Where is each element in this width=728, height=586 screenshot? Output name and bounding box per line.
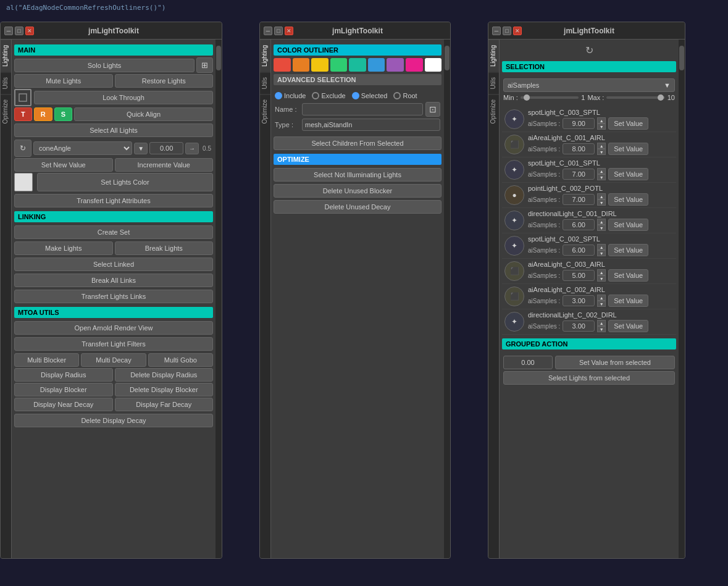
attr-value-input[interactable] xyxy=(149,142,183,154)
set-lights-color-btn[interactable]: Set Lights Color xyxy=(37,173,213,191)
exclude-radio-btn[interactable] xyxy=(312,92,319,99)
delete-display-radius-btn[interactable]: Delete Display Radius xyxy=(115,368,214,382)
panel3-tab-optimize[interactable]: Optimize xyxy=(488,94,499,128)
light-val-input-6[interactable] xyxy=(563,270,595,281)
light-val-input-1[interactable] xyxy=(563,143,595,154)
display-radius-btn[interactable]: Display Radius xyxy=(14,368,113,382)
spin-down-7[interactable]: ▼ xyxy=(597,301,606,307)
panel3-maximize-btn[interactable]: □ xyxy=(503,27,511,35)
panel3-minimize-btn[interactable]: ─ xyxy=(492,27,501,35)
create-set-btn[interactable]: Create Set xyxy=(14,225,213,239)
panel3-tab-lighting[interactable]: Lighting xyxy=(488,40,499,72)
spin-up-6[interactable]: ▲ xyxy=(597,269,606,275)
include-radio-btn[interactable] xyxy=(275,92,282,99)
color-dot-green[interactable] xyxy=(330,58,348,72)
max-range-thumb[interactable] xyxy=(658,94,664,101)
color-dot-purple[interactable] xyxy=(387,58,404,72)
set-val-btn-5[interactable]: Set Value xyxy=(608,244,648,256)
break-lights-btn[interactable]: Break Lights xyxy=(115,241,214,255)
display-near-decay-btn[interactable]: Display Near Decay xyxy=(14,398,113,411)
delete-display-blocker-btn[interactable]: Delete Display Blocker xyxy=(115,383,214,396)
light-val-input-7[interactable] xyxy=(563,295,595,306)
attr-dropdown[interactable]: aiSamples ▼ xyxy=(503,78,675,92)
display-far-decay-btn[interactable]: Display Far Decay xyxy=(115,398,214,411)
panel1-tab-lighting[interactable]: Lighting xyxy=(1,40,11,72)
min-range-track[interactable] xyxy=(521,96,579,99)
select-not-illuminating-btn[interactable]: Select Not Illuminating Lights xyxy=(274,168,441,182)
light-val-input-5[interactable] xyxy=(563,245,595,256)
spin-down-5[interactable]: ▼ xyxy=(597,250,606,256)
light-val-input-8[interactable] xyxy=(563,320,595,332)
color-dot-white[interactable] xyxy=(425,58,442,72)
quick-align-btn[interactable]: Quick Align xyxy=(74,107,213,121)
select-lights-from-selected-btn[interactable]: Select Lights from selected xyxy=(503,371,675,385)
panel1-maximize-btn[interactable]: □ xyxy=(15,27,23,35)
panel2-minimize-btn[interactable]: ─ xyxy=(264,27,272,35)
light-val-input-0[interactable] xyxy=(563,118,595,129)
spin-down-3[interactable]: ▼ xyxy=(597,199,606,206)
max-range-track[interactable] xyxy=(606,96,664,99)
s-btn[interactable]: S xyxy=(54,107,72,121)
panel3-scroll-thumb[interactable] xyxy=(679,46,684,70)
name-input[interactable] xyxy=(302,103,423,115)
delete-unused-blocker-btn[interactable]: Delete Unused Blocker xyxy=(274,184,441,198)
spin-down-2[interactable]: ▼ xyxy=(597,174,606,180)
refresh-attr-btn[interactable]: ↻ xyxy=(14,140,31,157)
multi-blocker-btn[interactable]: Multi Blocker xyxy=(14,353,79,367)
type-input[interactable] xyxy=(302,119,440,131)
make-lights-btn[interactable]: Make Lights xyxy=(14,241,113,255)
t-btn[interactable]: T xyxy=(14,107,32,121)
selected-radio[interactable]: Selected xyxy=(352,92,388,99)
min-range-thumb[interactable] xyxy=(524,94,530,101)
spin-down-8[interactable]: ▼ xyxy=(597,326,606,332)
attr-step-btn[interactable]: → xyxy=(185,143,199,154)
ga-value-input[interactable] xyxy=(503,356,553,369)
spin-down-6[interactable]: ▼ xyxy=(597,275,606,282)
panel2-tab-utils[interactable]: Utils xyxy=(260,72,270,94)
spin-up-1[interactable]: ▲ xyxy=(597,143,606,149)
look-through-icon[interactable] xyxy=(14,89,31,106)
set-val-btn-3[interactable]: Set Value xyxy=(608,193,648,206)
spin-up-2[interactable]: ▲ xyxy=(597,168,606,174)
multi-decay-btn[interactable]: Multi Decay xyxy=(81,353,146,367)
panel2-tab-lighting[interactable]: Lighting xyxy=(260,40,270,72)
color-dot-teal[interactable] xyxy=(349,58,366,72)
look-through-btn[interactable]: Look Through xyxy=(34,91,213,104)
grid-icon-btn[interactable]: ⊞ xyxy=(196,57,213,73)
panel2-maximize-btn[interactable]: □ xyxy=(274,27,283,35)
mute-lights-btn[interactable]: Mute Lights xyxy=(14,74,113,88)
color-dot-pink[interactable] xyxy=(406,58,423,72)
select-children-btn[interactable]: Select Children From Selected xyxy=(274,136,441,150)
r-btn[interactable]: R xyxy=(34,107,52,121)
spin-down-0[interactable]: ▼ xyxy=(597,123,606,130)
panel3-close-btn[interactable]: ✕ xyxy=(513,27,522,35)
panel2-tab-optimize[interactable]: Optimize xyxy=(260,94,270,128)
panel2-close-btn[interactable]: ✕ xyxy=(285,27,293,35)
select-linked-btn[interactable]: Select Linked xyxy=(14,257,213,271)
select-all-lights-btn[interactable]: Select All Lights xyxy=(14,123,213,137)
spin-up-3[interactable]: ▲ xyxy=(597,193,606,199)
root-radio[interactable]: Root xyxy=(393,92,417,99)
panel1-tab-utils[interactable]: Utils xyxy=(1,72,11,94)
panel3-scrollbar[interactable] xyxy=(679,40,685,558)
color-dot-yellow[interactable] xyxy=(311,58,328,72)
attr-arrow-btn[interactable]: ▼ xyxy=(134,143,148,154)
delete-display-decay-btn[interactable]: Delete Display Decay xyxy=(14,414,213,427)
transfer-light-filters-btn[interactable]: Transfert Light Filters xyxy=(14,337,213,351)
panel1-tab-optimize[interactable]: Optimize xyxy=(1,94,11,128)
delete-unused-decay-btn[interactable]: Delete Unused Decay xyxy=(274,200,441,214)
exclude-radio[interactable]: Exclude xyxy=(312,92,345,99)
set-val-btn-8[interactable]: Set Value xyxy=(608,320,648,332)
set-val-btn-2[interactable]: Set Value xyxy=(608,168,648,180)
transfer-lights-links-btn[interactable]: Transfert Lights Links xyxy=(14,290,213,303)
set-new-value-btn[interactable]: Set New Value xyxy=(14,158,113,172)
set-value-from-selected-btn[interactable]: Set Value from selected xyxy=(555,356,675,369)
panel1-scrollbar[interactable] xyxy=(215,40,222,558)
panel1-scroll-thumb[interactable] xyxy=(216,46,221,70)
spin-up-7[interactable]: ▲ xyxy=(597,295,606,301)
break-all-links-btn[interactable]: Break All Links xyxy=(14,274,213,287)
spin-up-4[interactable]: ▲ xyxy=(597,219,606,225)
panel2-scroll-thumb[interactable] xyxy=(445,46,450,70)
increment-value-btn[interactable]: Incremente Value xyxy=(115,158,214,172)
panel3-tab-utils[interactable]: Utils xyxy=(488,72,499,94)
